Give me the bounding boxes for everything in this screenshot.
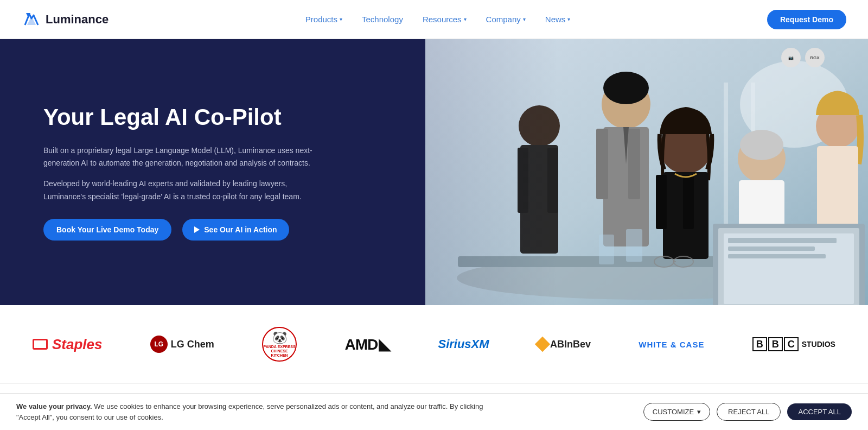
book-demo-button[interactable]: Book Your Live Demo Today xyxy=(43,219,171,241)
sirius-text: SiriusXM xyxy=(438,337,489,351)
see-ai-action-button[interactable]: See Our AI in Action xyxy=(182,219,289,241)
nav-technology[interactable]: Technology xyxy=(362,15,403,24)
customize-button[interactable]: CUSTOMIZE ▾ xyxy=(643,403,710,421)
cookie-text: We value your privacy. We use cookies to… xyxy=(16,401,505,422)
logo-link[interactable]: Luminance xyxy=(22,10,108,29)
nav-company[interactable]: Company ▾ xyxy=(486,15,526,24)
bbc-box-b: B xyxy=(752,337,767,351)
nav-products[interactable]: Products ▾ xyxy=(305,15,342,24)
logo-sirius: SiriusXM xyxy=(438,337,489,351)
amd-text: AMD◣ xyxy=(344,336,390,353)
chevron-down-icon: ▾ xyxy=(523,16,526,22)
hero-section: Your Legal AI Co-Pilot Built on a propri… xyxy=(0,39,868,305)
bbc-box-b2: B xyxy=(768,337,783,351)
logo-abinbev: ABInBev xyxy=(537,339,591,350)
amd-arrow-icon: ◣ xyxy=(379,336,390,353)
hero-description-1: Built on a proprietary legal Large Langu… xyxy=(43,144,326,170)
staples-text: Staples xyxy=(52,336,103,353)
white-case-text: WHITE & CASE xyxy=(639,340,704,349)
logo-text: Luminance xyxy=(46,12,108,27)
bbc-box-c: C xyxy=(784,337,799,351)
play-icon xyxy=(194,226,200,233)
logos-strip: Staples LG LG Chem 🐼 PANDA EXPRESSCHINES… xyxy=(0,305,868,384)
chevron-down-icon: ▾ xyxy=(697,408,701,416)
panda-text: PANDA EXPRESSCHINESE KITCHEN xyxy=(263,345,296,357)
hero-description-2: Developed by world-leading AI experts an… xyxy=(43,178,326,204)
ab-diamond-icon xyxy=(535,337,550,352)
chevron-down-icon: ▾ xyxy=(567,16,570,22)
logo-white-case: WHITE & CASE xyxy=(639,340,704,349)
chevron-down-icon: ▾ xyxy=(340,16,342,22)
chevron-down-icon: ▾ xyxy=(464,16,467,22)
logo-panda: 🐼 PANDA EXPRESSCHINESE KITCHEN xyxy=(262,327,297,362)
navbar: Luminance Products ▾ Technology Resource… xyxy=(0,0,868,39)
staples-icon xyxy=(33,339,48,350)
nav-links: Products ▾ Technology Resources ▾ Compan… xyxy=(305,15,571,24)
logo-amd: AMD◣ xyxy=(344,336,390,353)
request-demo-button[interactable]: Request Demo xyxy=(767,10,846,29)
panda-icon: 🐼 xyxy=(272,331,287,345)
hero-title: Your Legal AI Co-Pilot xyxy=(43,104,326,131)
hero-overlay xyxy=(425,39,868,305)
lgchem-text: LG Chem xyxy=(171,339,214,350)
logo-icon xyxy=(22,10,41,29)
hero-content: Your Legal AI Co-Pilot Built on a propri… xyxy=(43,104,326,241)
nav-news[interactable]: News ▾ xyxy=(545,15,571,24)
lgchem-icon: LG xyxy=(150,336,168,353)
reject-all-button[interactable]: REJECT ALL xyxy=(717,403,781,421)
hero-left: Your Legal AI Co-Pilot Built on a propri… xyxy=(0,39,425,305)
logo-bbc: B B C STUDIOS xyxy=(752,337,835,351)
nav-resources[interactable]: Resources ▾ xyxy=(423,15,467,24)
cookie-buttons: CUSTOMIZE ▾ REJECT ALL ACCEPT ALL xyxy=(643,403,852,421)
hero-right-image: 📷 RGX xyxy=(425,39,868,305)
logo-staples: Staples xyxy=(33,336,103,353)
hero-buttons: Book Your Live Demo Today See Our AI in … xyxy=(43,219,326,241)
logo-lgchem: LG LG Chem xyxy=(150,336,214,353)
cookie-text-bold: We value your privacy. xyxy=(16,402,92,410)
cookie-banner: We value your privacy. We use cookies to… xyxy=(0,393,868,426)
bbc-studios-label: STUDIOS xyxy=(802,340,835,349)
accept-all-button[interactable]: ACCEPT ALL xyxy=(787,403,852,420)
ab-text: ABInBev xyxy=(550,339,591,350)
